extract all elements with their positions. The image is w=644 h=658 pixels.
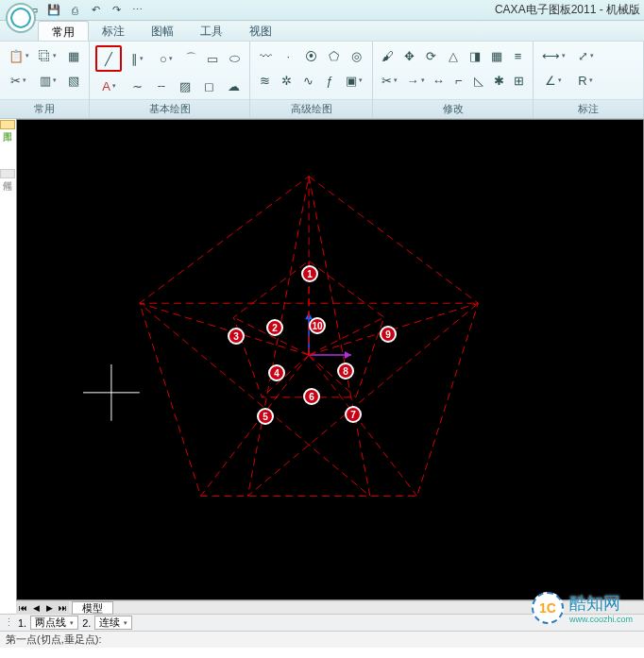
marker-10: 10 bbox=[309, 317, 326, 334]
explode-icon[interactable]: ✱ bbox=[490, 70, 506, 91]
wave-icon[interactable]: ≋ bbox=[256, 70, 274, 91]
watermark-logo: 1C bbox=[532, 592, 564, 624]
point-icon[interactable]: · bbox=[279, 45, 297, 66]
curve-icon[interactable]: ∿ bbox=[299, 70, 317, 91]
marker-5: 5 bbox=[257, 408, 274, 425]
group-advdraw: 〰 · ⦿ ⬠ ◎ ≋ ✲ ∿ ƒ ▣ 高级绘图 bbox=[250, 42, 373, 118]
line-icon[interactable]: ╱ bbox=[98, 48, 119, 69]
paste-icon[interactable]: 📋 bbox=[6, 45, 31, 66]
match-icon[interactable]: ▦ bbox=[64, 45, 83, 66]
drawing-canvas[interactable]: 1 2 3 4 5 6 7 8 9 10 bbox=[16, 119, 644, 600]
left-tab-1[interactable]: 图库 bbox=[0, 120, 15, 129]
tab-sheet[interactable]: 图幅 bbox=[138, 21, 187, 41]
dim-rad-icon[interactable]: R bbox=[571, 70, 600, 91]
group-label: 高级绘图 bbox=[250, 99, 372, 118]
dim-linear-icon[interactable]: ⟷ bbox=[539, 45, 568, 66]
group-label: 基本绘图 bbox=[90, 99, 249, 118]
left-tab-2[interactable]: 属性 bbox=[0, 169, 15, 178]
move-icon[interactable]: ✥ bbox=[400, 45, 418, 66]
tab-next-icon[interactable]: ▶ bbox=[42, 601, 56, 615]
donut-icon[interactable]: ◎ bbox=[347, 45, 366, 66]
marker-4: 4 bbox=[268, 364, 285, 381]
polygon-icon[interactable]: ⬠ bbox=[325, 45, 344, 66]
watermark: 1C 酷知网 www.coozhi.com bbox=[524, 588, 640, 628]
tab-view[interactable]: 视图 bbox=[236, 21, 285, 41]
group-dim: ⟷ ⤢ ∠ R 标注 bbox=[534, 42, 644, 118]
hatch-icon[interactable]: ▨ bbox=[175, 76, 195, 96]
marker-1: 1 bbox=[301, 265, 318, 282]
text-icon[interactable]: A bbox=[95, 76, 123, 96]
marker-3: 3 bbox=[228, 328, 245, 345]
group-label: 标注 bbox=[534, 99, 643, 118]
chamfer-icon[interactable]: ◺ bbox=[470, 70, 486, 91]
polyline-icon[interactable]: ∼ bbox=[127, 76, 147, 96]
dim-align-icon[interactable]: ⤢ bbox=[571, 45, 600, 66]
ellipse-icon[interactable]: ⬭ bbox=[226, 48, 244, 69]
app-menu-button[interactable] bbox=[5, 2, 37, 38]
ribbon-tabs: 常用 标注 图幅 工具 视图 bbox=[0, 21, 644, 42]
group-basicdraw: ╱ ∥ ○ ⌒ ▭ ⬭ A ∼ ╌ ▨ ◻ ☁ 基本绘图 bbox=[90, 42, 250, 118]
spline-icon[interactable]: 〰 bbox=[256, 45, 275, 66]
model-tab[interactable]: 模型 bbox=[72, 601, 113, 615]
offset-icon[interactable]: ≡ bbox=[509, 45, 527, 66]
status-text: 第一点(切点,垂足点): bbox=[6, 633, 101, 647]
copy-icon[interactable]: ⿻ bbox=[35, 45, 60, 66]
tab-prev-icon[interactable]: ◀ bbox=[29, 601, 42, 615]
gear-icon[interactable]: ✲ bbox=[278, 70, 296, 91]
undo-icon[interactable]: ↶ bbox=[87, 2, 104, 19]
scale-icon[interactable]: ◨ bbox=[466, 45, 483, 66]
props-icon[interactable]: ▥ bbox=[35, 70, 60, 91]
arc-icon[interactable]: ⌒ bbox=[182, 48, 200, 69]
tab-tools[interactable]: 工具 bbox=[187, 21, 236, 41]
print-icon[interactable]: ⎙ bbox=[66, 2, 83, 19]
fillet-icon[interactable]: ⌐ bbox=[450, 70, 466, 91]
marker-2: 2 bbox=[266, 319, 283, 336]
region-icon[interactable]: ◻ bbox=[199, 76, 220, 96]
group-label: 修改 bbox=[373, 99, 533, 118]
left-panel-tabs: 图库 属性 bbox=[0, 120, 15, 178]
cut-icon[interactable]: ✂ bbox=[6, 70, 31, 91]
group-modify: 🖌 ✥ ⟳ △ ◨ ▦ ≡ ✂ → ↔ ⌐ ◺ ✱ ⊞ 修改 bbox=[373, 42, 534, 118]
dim-ang-icon[interactable]: ∠ bbox=[539, 70, 568, 91]
svg-line-12 bbox=[309, 355, 417, 496]
redo-icon[interactable]: ↷ bbox=[108, 2, 125, 19]
align-icon[interactable]: ⊞ bbox=[511, 70, 527, 91]
marker-9: 9 bbox=[380, 326, 397, 343]
format-icon[interactable]: ▧ bbox=[64, 70, 83, 91]
line-tool-highlight: ╱ bbox=[95, 45, 122, 72]
stretch-icon[interactable]: ↔ bbox=[431, 70, 447, 91]
prop2-label: 2. bbox=[82, 617, 91, 629]
tab-common[interactable]: 常用 bbox=[38, 21, 89, 41]
mirror-icon[interactable]: △ bbox=[444, 45, 462, 66]
trim-icon[interactable]: ✂ bbox=[379, 70, 400, 91]
prop1-dropdown[interactable]: 两点线 bbox=[30, 616, 78, 630]
block-icon[interactable]: ▣ bbox=[342, 70, 366, 91]
group-common: 📋 ⿻ ▦ ✂ ▥ ▧ 常用 bbox=[0, 42, 90, 118]
prop1-label: 1. bbox=[18, 617, 26, 629]
svg-line-14 bbox=[140, 303, 309, 355]
tab-annotate[interactable]: 标注 bbox=[89, 21, 138, 41]
array-icon[interactable]: ▦ bbox=[487, 45, 505, 66]
marker-7: 7 bbox=[345, 406, 362, 423]
ribbon: 📋 ⿻ ▦ ✂ ▥ ▧ 常用 ╱ ∥ ○ ⌒ ▭ ⬭ bbox=[0, 42, 644, 119]
centerline-icon[interactable]: ╌ bbox=[151, 76, 172, 96]
break-icon[interactable]: ⦿ bbox=[301, 45, 320, 66]
rotate-icon[interactable]: ⟳ bbox=[422, 45, 440, 66]
prop2-dropdown[interactable]: 连续 bbox=[94, 616, 132, 630]
svg-marker-4 bbox=[345, 351, 351, 359]
formula-icon[interactable]: ƒ bbox=[321, 70, 339, 91]
erase-icon[interactable]: 🖌 bbox=[379, 45, 397, 66]
qat-more-icon[interactable]: ⋯ bbox=[128, 2, 145, 19]
rect-icon[interactable]: ▭ bbox=[204, 48, 222, 69]
watermark-text: 酷知网 www.coozhi.com bbox=[569, 592, 633, 624]
save-icon[interactable]: 💾 bbox=[45, 2, 62, 19]
group-label: 常用 bbox=[0, 99, 89, 118]
circle-icon[interactable]: ○ bbox=[154, 48, 178, 69]
status-bar: 第一点(切点,垂足点): bbox=[0, 631, 644, 648]
cloud-icon[interactable]: ☁ bbox=[223, 76, 244, 96]
marker-8: 8 bbox=[337, 363, 354, 380]
extend-icon[interactable]: → bbox=[404, 70, 426, 91]
parallel-icon[interactable]: ∥ bbox=[126, 48, 150, 69]
tab-first-icon[interactable]: ⏮ bbox=[16, 601, 29, 615]
tab-last-icon[interactable]: ⏭ bbox=[56, 601, 69, 615]
